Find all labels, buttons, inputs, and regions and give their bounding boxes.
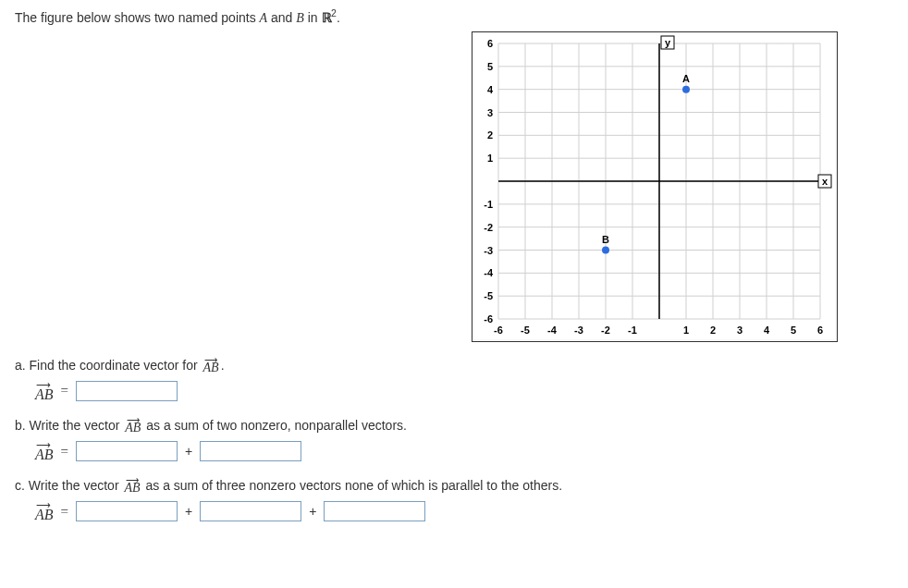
answer-b-input-2[interactable] (200, 441, 301, 461)
ab-vector-label: ⟶ AB (35, 500, 54, 522)
svg-text:2: 2 (487, 129, 493, 141)
question-c: c. Write the vector ⟶AB as a sum of thre… (15, 477, 893, 493)
ab-vector-label: ⟶ AB (35, 440, 54, 462)
ab-vector-label: ⟶AB (203, 357, 219, 373)
plus-sign: + (185, 504, 192, 519)
point-a-ref: A (260, 11, 268, 25)
intro-text: The figure below shows two named points … (15, 7, 893, 26)
qb-suffix: as a sum of two nonzero, nonparallel vec… (142, 418, 407, 433)
space-r: ℝ (322, 11, 332, 25)
answer-c-input-3[interactable] (324, 501, 425, 521)
answer-a-input[interactable] (76, 381, 178, 401)
svg-text:x: x (822, 176, 828, 187)
qc-suffix: as a sum of three nonzero vectors none o… (142, 478, 562, 493)
equals-sign: = (61, 504, 68, 520)
plus-sign: + (309, 504, 316, 519)
qc-prefix: c. Write the vector (15, 478, 122, 493)
answer-c: ⟶ AB = + + (35, 500, 893, 522)
svg-point-58 (602, 246, 609, 253)
answer-c-input-1[interactable] (76, 501, 178, 521)
ab-vector-label: ⟶AB (124, 477, 140, 493)
intro-period: . (337, 10, 340, 25)
svg-text:-2: -2 (484, 221, 493, 232)
svg-text:-3: -3 (484, 244, 493, 255)
ab-vector-label: ⟶AB (125, 417, 141, 433)
svg-text:-2: -2 (601, 325, 610, 336)
coordinate-plane: 123456-6-5-4-3-2-1123456-6-5-4-3-2-1yxAB (474, 34, 835, 339)
svg-text:4: 4 (487, 83, 494, 94)
qa-prefix: a. Find the coordinate vector for (15, 358, 202, 373)
svg-text:6: 6 (817, 325, 823, 336)
svg-text:1: 1 (683, 325, 689, 336)
svg-text:5: 5 (487, 60, 493, 71)
svg-text:-4: -4 (484, 267, 494, 278)
svg-text:-6: -6 (494, 325, 503, 336)
svg-text:-5: -5 (521, 325, 530, 336)
svg-text:3: 3 (487, 106, 493, 117)
svg-text:-4: -4 (547, 325, 558, 336)
svg-text:-3: -3 (574, 325, 583, 336)
svg-text:B: B (602, 233, 609, 244)
qb-prefix: b. Write the vector (15, 418, 123, 433)
svg-text:-6: -6 (484, 313, 493, 325)
svg-text:-1: -1 (628, 325, 637, 336)
point-b-ref: B (296, 11, 304, 25)
intro-prefix: The figure below shows two named points (15, 10, 260, 25)
chart-border: 123456-6-5-4-3-2-1123456-6-5-4-3-2-1yxAB (472, 31, 838, 342)
svg-text:6: 6 (487, 38, 493, 49)
svg-text:2: 2 (710, 325, 716, 336)
chart-container: 123456-6-5-4-3-2-1123456-6-5-4-3-2-1yxAB (15, 31, 893, 342)
answer-b: ⟶ AB = + (35, 440, 893, 462)
svg-text:A: A (682, 72, 690, 83)
svg-text:y: y (665, 37, 671, 48)
svg-text:-5: -5 (484, 290, 493, 301)
plus-sign: + (185, 444, 192, 459)
svg-point-56 (682, 85, 690, 92)
svg-text:-1: -1 (484, 198, 493, 209)
ab-vector-label: ⟶ AB (35, 380, 54, 402)
answer-b-input-1[interactable] (76, 441, 178, 461)
intro-and: and (267, 10, 296, 25)
question-b: b. Write the vector ⟶AB as a sum of two … (15, 417, 893, 433)
equals-sign: = (61, 444, 68, 459)
qa-suffix: . (221, 358, 225, 373)
intro-in: in (304, 10, 322, 25)
svg-text:3: 3 (737, 325, 742, 336)
svg-text:4: 4 (764, 325, 770, 336)
svg-text:5: 5 (791, 325, 796, 336)
answer-c-input-2[interactable] (200, 501, 301, 521)
svg-text:1: 1 (487, 153, 493, 164)
equals-sign: = (61, 383, 68, 398)
answer-a: ⟶ AB = (35, 380, 893, 402)
question-a: a. Find the coordinate vector for ⟶AB. (15, 357, 893, 373)
